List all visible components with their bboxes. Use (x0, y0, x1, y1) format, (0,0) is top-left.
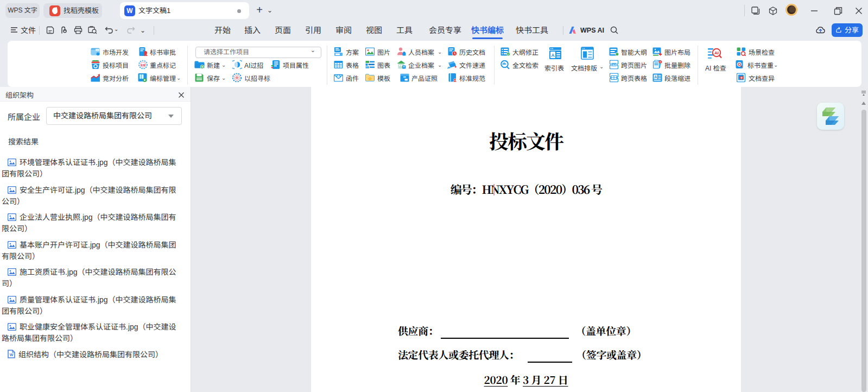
svg-text:W: W (10, 353, 14, 357)
svg-text:AI: AI (714, 50, 719, 55)
svg-text:A: A (551, 53, 555, 58)
svg-text:A: A (654, 75, 657, 79)
svg-text:KM: KM (141, 64, 145, 67)
